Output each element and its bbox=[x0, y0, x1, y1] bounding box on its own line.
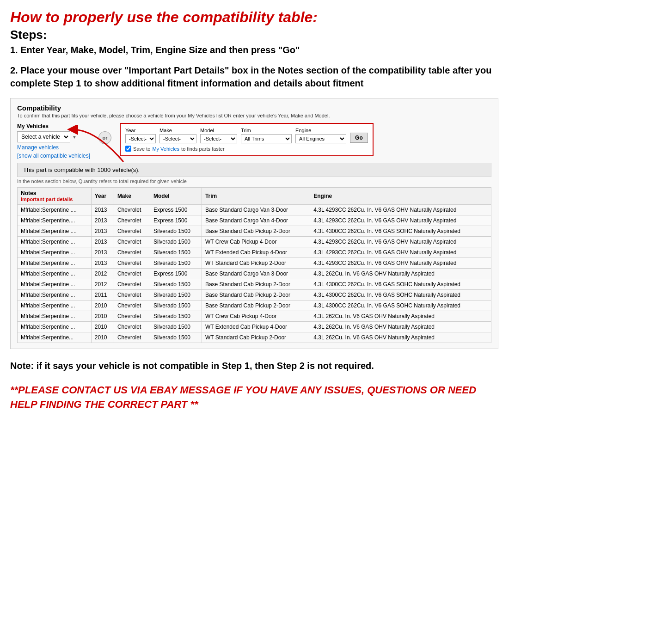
show-all-link[interactable]: [show all compatible vehicles] bbox=[17, 153, 90, 159]
col-header-year: Year bbox=[91, 188, 114, 205]
make-select[interactable]: -Select- bbox=[159, 134, 196, 143]
or-circle: or bbox=[98, 131, 111, 144]
make-cell: Chevrolet bbox=[114, 301, 150, 311]
trim-cell: WT Standard Cab Pickup 2-Door bbox=[202, 332, 310, 343]
col-header-model: Model bbox=[150, 188, 202, 205]
engine-cell: 4.3L 262Cu. In. V6 GAS OHV Naturally Asp… bbox=[310, 311, 491, 322]
model-select[interactable]: -Select- bbox=[200, 134, 237, 143]
col-header-trim: Trim bbox=[202, 188, 310, 205]
trim-label: Trim bbox=[241, 128, 292, 133]
trim-cell: Base Standard Cargo Van 3-Door bbox=[202, 269, 310, 279]
year-select[interactable]: -Select- bbox=[125, 134, 156, 143]
compat-title: Compatibility bbox=[17, 104, 491, 112]
model-cell: Express 1500 bbox=[150, 205, 202, 215]
year-cell: 2013 bbox=[91, 226, 114, 237]
year-cell: 2013 bbox=[91, 205, 114, 215]
trim-cell: Base Standard Cab Pickup 2-Door bbox=[202, 301, 310, 311]
model-cell: Silverado 1500 bbox=[150, 322, 202, 332]
year-cell: 2010 bbox=[91, 311, 114, 322]
model-cell: Silverado 1500 bbox=[150, 226, 202, 237]
table-row: Mfrlabel:Serpentine ....2013ChevroletExp… bbox=[18, 205, 491, 215]
notes-cell: Mfrlabel:Serpentine ... bbox=[18, 269, 92, 279]
save-checkbox-row: Save to My Vehicles to finds parts faste… bbox=[125, 146, 368, 152]
my-vehicles-label: My Vehicles bbox=[17, 123, 90, 129]
save-checkbox[interactable] bbox=[125, 146, 131, 152]
year-cell: 2013 bbox=[91, 258, 114, 269]
table-row: Mfrlabel:Serpentine ...2011ChevroletSilv… bbox=[18, 290, 491, 301]
engine-field: Engine All Engines bbox=[295, 128, 346, 143]
year-cell: 2011 bbox=[91, 290, 114, 301]
year-cell: 2012 bbox=[91, 279, 114, 290]
trim-cell: WT Extended Cab Pickup 4-Door bbox=[202, 247, 310, 258]
vehicle-select-row: Select a vehicle ▼ bbox=[17, 131, 90, 142]
make-label: Make bbox=[159, 128, 196, 133]
contact-section: **PLEASE CONTACT US VIA EBAY MESSAGE IF … bbox=[10, 383, 498, 412]
year-cell: 2013 bbox=[91, 247, 114, 258]
table-header-row: Notes Important part details Year Make M… bbox=[18, 188, 491, 205]
make-cell: Chevrolet bbox=[114, 332, 150, 343]
table-row: Mfrlabel:Serpentine ...2012ChevroletSilv… bbox=[18, 279, 491, 290]
notes-cell: Mfrlabel:Serpentine .... bbox=[18, 226, 92, 237]
engine-cell: 4.3L 4293CC 262Cu. In. V6 GAS OHV Natura… bbox=[310, 237, 491, 247]
compatibility-table: Notes Important part details Year Make M… bbox=[17, 187, 491, 343]
notes-cell: Mfrlabel:Serpentine ... bbox=[18, 290, 92, 301]
ymm-form: Year -Select- Make -Select- Model - bbox=[120, 123, 374, 156]
model-cell: Silverado 1500 bbox=[150, 290, 202, 301]
make-cell: Chevrolet bbox=[114, 205, 150, 215]
year-cell: 2010 bbox=[91, 322, 114, 332]
manage-vehicles-link[interactable]: Manage vehicles bbox=[17, 144, 90, 151]
model-cell: Silverado 1500 bbox=[150, 332, 202, 343]
make-field: Make -Select- bbox=[159, 128, 196, 143]
notes-cell: Mfrlabel:Serpentine ... bbox=[18, 322, 92, 332]
refers-text: In the notes section below, Quantity ref… bbox=[17, 178, 491, 184]
engine-cell: 4.3L 262Cu. In. V6 GAS OHV Naturally Asp… bbox=[310, 332, 491, 343]
notes-cell: Mfrlabel:Serpentine ... bbox=[18, 247, 92, 258]
step2-text: 2. Place your mouse over "Important Part… bbox=[10, 64, 498, 90]
model-cell: Silverado 1500 bbox=[150, 258, 202, 269]
notes-cell: Mfrlabel:Serpentine .... bbox=[18, 205, 92, 215]
model-cell: Express 1500 bbox=[150, 269, 202, 279]
model-cell: Silverado 1500 bbox=[150, 237, 202, 247]
go-button[interactable]: Go bbox=[350, 133, 368, 143]
vehicle-select[interactable]: Select a vehicle bbox=[17, 131, 70, 142]
engine-cell: 4.3L 262Cu. In. V6 GAS OHV Naturally Asp… bbox=[310, 322, 491, 332]
notes-cell: Mfrlabel:Serpentine ... bbox=[18, 237, 92, 247]
compatibility-box: Compatibility To confirm that this part … bbox=[10, 98, 498, 349]
trim-cell: WT Standard Cab Pickup 2-Door bbox=[202, 258, 310, 269]
year-cell: 2013 bbox=[91, 215, 114, 226]
make-cell: Chevrolet bbox=[114, 311, 150, 322]
notes-cell: Mfrlabel:Serpentine.... bbox=[18, 215, 92, 226]
table-row: Mfrlabel:Serpentine ...2010ChevroletSilv… bbox=[18, 311, 491, 322]
my-vehicles-section: My Vehicles Select a vehicle ▼ Manage ve… bbox=[17, 123, 90, 159]
notes-cell: Mfrlabel:Serpentine... bbox=[18, 332, 92, 343]
trim-cell: Base Standard Cab Pickup 2-Door bbox=[202, 226, 310, 237]
notes-cell: Mfrlabel:Serpentine ... bbox=[18, 279, 92, 290]
notes-main-header: Notes bbox=[21, 190, 88, 196]
engine-cell: 4.3L 4293CC 262Cu. In. V6 GAS OHV Natura… bbox=[310, 258, 491, 269]
engine-select[interactable]: All Engines bbox=[295, 134, 346, 143]
engine-cell: 4.3L 4293CC 262Cu. In. V6 GAS OHV Natura… bbox=[310, 215, 491, 226]
year-cell: 2010 bbox=[91, 301, 114, 311]
notes-cell: Mfrlabel:Serpentine ... bbox=[18, 301, 92, 311]
trim-cell: Base Standard Cargo Van 4-Door bbox=[202, 215, 310, 226]
contact-text: **PLEASE CONTACT US VIA EBAY MESSAGE IF … bbox=[10, 383, 498, 412]
engine-cell: 4.3L 4300CC 262Cu. In. V6 GAS SOHC Natur… bbox=[310, 290, 491, 301]
make-cell: Chevrolet bbox=[114, 269, 150, 279]
trim-select[interactable]: All Trims bbox=[241, 134, 292, 143]
engine-label: Engine bbox=[295, 128, 346, 133]
engine-cell: 4.3L 4300CC 262Cu. In. V6 GAS SOHC Natur… bbox=[310, 279, 491, 290]
trim-cell: WT Extended Cab Pickup 4-Door bbox=[202, 322, 310, 332]
notes-cell: Mfrlabel:Serpentine ... bbox=[18, 258, 92, 269]
year-cell: 2010 bbox=[91, 332, 114, 343]
model-cell: Silverado 1500 bbox=[150, 311, 202, 322]
my-vehicles-link[interactable]: My Vehicles bbox=[152, 146, 179, 152]
year-cell: 2012 bbox=[91, 269, 114, 279]
table-row: Mfrlabel:Serpentine ...2013ChevroletSilv… bbox=[18, 258, 491, 269]
ymm-row: Year -Select- Make -Select- Model - bbox=[125, 128, 368, 143]
year-label: Year bbox=[125, 128, 156, 133]
make-cell: Chevrolet bbox=[114, 215, 150, 226]
year-field: Year -Select- bbox=[125, 128, 156, 143]
table-body: Mfrlabel:Serpentine ....2013ChevroletExp… bbox=[18, 205, 491, 343]
make-cell: Chevrolet bbox=[114, 290, 150, 301]
engine-cell: 4.3L 4300CC 262Cu. In. V6 GAS SOHC Natur… bbox=[310, 301, 491, 311]
